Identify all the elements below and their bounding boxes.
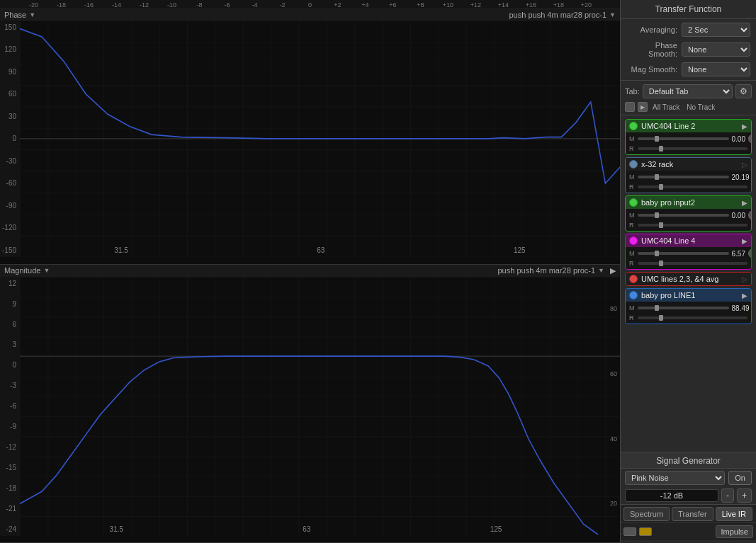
- track-header-baby-pro-line1[interactable]: baby pro LINE1▶: [626, 289, 751, 302]
- phase-y-label: 0: [1, 135, 18, 142]
- gear-button[interactable]: ⚙: [735, 84, 752, 98]
- track-dot-baby-pro-input2: [629, 198, 638, 207]
- db-display: -12 dB: [625, 489, 718, 502]
- track-header-x32-rack[interactable]: x-32 rack▷: [626, 158, 751, 171]
- track-item-baby-pro-line1: baby pro LINE1▶M88.49R: [625, 288, 752, 324]
- bottom-sq-gray1[interactable]: [624, 527, 636, 536]
- track-play-umc-lines-234[interactable]: ▷: [742, 275, 747, 283]
- transfer-tab[interactable]: Transfer: [672, 507, 713, 521]
- magnitude-y-label: -15: [1, 464, 18, 471]
- bottom-sq-yellow[interactable]: [639, 527, 652, 536]
- track-item-x32-rack: x-32 rack▷M20.19R: [625, 157, 752, 193]
- track-mute-umc404-line2[interactable]: [748, 134, 752, 144]
- track-name-baby-pro-input2: baby pro input2: [641, 198, 738, 207]
- play-button[interactable]: ▶: [638, 102, 648, 112]
- magnitude-y-label: -6: [1, 402, 18, 410]
- track-value-x32-rack: 20.19: [732, 173, 750, 181]
- live-ir-tab[interactable]: Live IR: [716, 507, 752, 521]
- spectrum-tab[interactable]: Spectrum: [624, 507, 670, 521]
- top-scale-item: -12: [130, 1, 158, 8]
- magnitude-right-scale: 80 60 40 20: [610, 277, 617, 536]
- phase-smooth-select[interactable]: None 1/3 Oct 1/6 Oct: [682, 42, 750, 57]
- db-plus-button[interactable]: +: [737, 488, 752, 503]
- track-controls: ▶ All Track No Track: [621, 101, 756, 113]
- track-header-umc-lines-234[interactable]: UMC lines 2,3, &4 avg▷: [626, 273, 751, 285]
- tab-row: Tab: Default Tab ⚙: [621, 82, 756, 101]
- track-play-umc404-line4[interactable]: ▶: [742, 237, 747, 245]
- track-r-label-umc404-line4: R: [629, 260, 635, 267]
- track-item-umc-lines-234: UMC lines 2,3, &4 avg▷: [625, 272, 752, 286]
- track-play-umc404-line2[interactable]: ▶: [742, 122, 747, 130]
- phase-dropdown-icon[interactable]: ▼: [29, 11, 35, 18]
- db-minus-button[interactable]: -: [721, 488, 734, 503]
- phase-y-label: -90: [1, 202, 18, 210]
- track-name-x32-rack: x-32 rack: [641, 160, 738, 168]
- mag-smooth-row: Mag Smooth: None 1/3 Oct 1/6 Oct: [621, 60, 756, 79]
- tracks-container: UMC404 Line 2▶M0.00Rx-32 rack▷M20.19Rbab…: [621, 117, 756, 326]
- track-r-label-x32-rack: R: [629, 183, 635, 190]
- all-track-button[interactable]: All Track: [650, 103, 682, 112]
- track-value-umc404-line4: 6.57: [732, 250, 745, 258]
- track-dot-umc-lines-234: [629, 275, 638, 283]
- track-play-x32-rack[interactable]: ▷: [742, 161, 747, 168]
- track-r-row-umc404-line2: R: [629, 145, 747, 152]
- track-play-baby-pro-line1[interactable]: ▶: [742, 292, 747, 299]
- tab-label: Tab:: [625, 87, 640, 96]
- track-m-slider-x32-rack[interactable]: [638, 176, 729, 178]
- phase-x3: 125: [514, 246, 526, 254]
- top-scale-item: -14: [103, 1, 130, 8]
- track-item-baby-pro-input2: baby pro input2▶M0.00R: [625, 195, 752, 232]
- stop-button[interactable]: [625, 102, 635, 112]
- sig-type-select[interactable]: Pink Noise White Noise Sine: [625, 471, 725, 485]
- track-r-slider-baby-pro-input2[interactable]: [638, 224, 747, 227]
- phase-chart-area: 31.5 63 125: [20, 21, 620, 257]
- track-r-slider-x32-rack[interactable]: [638, 185, 747, 188]
- magnitude-x-freq: 31.5 63 125: [20, 525, 592, 533]
- track-mute-umc404-line4[interactable]: [748, 248, 752, 258]
- top-scale-item: -4: [241, 1, 269, 8]
- track-item-umc404-line2: UMC404 Line 2▶M0.00R: [625, 119, 752, 155]
- track-play-baby-pro-input2[interactable]: ▶: [742, 199, 747, 207]
- magnitude-y-label: 0: [1, 361, 18, 369]
- track-m-row-x32-rack: M20.19: [629, 172, 747, 182]
- magnitude-track-dropdown-icon[interactable]: ▼: [598, 267, 604, 274]
- mag-smooth-label: Mag Smooth:: [626, 65, 677, 74]
- top-scale-item: -2: [269, 1, 296, 8]
- track-header-umc404-line4[interactable]: UMC404 Line 4▶: [626, 234, 751, 247]
- track-r-slider-umc404-line2[interactable]: [638, 147, 747, 150]
- impulse-button[interactable]: Impulse: [716, 525, 753, 538]
- track-header-baby-pro-input2[interactable]: baby pro input2▶: [626, 196, 751, 209]
- magnitude-title: Magnitude: [4, 266, 40, 275]
- phase-y-label: 30: [1, 113, 18, 120]
- top-scale-item: -16: [75, 1, 103, 8]
- mag-smooth-select[interactable]: None 1/3 Oct 1/6 Oct: [682, 62, 750, 76]
- tab-select[interactable]: Default Tab: [643, 84, 733, 98]
- track-r-row-baby-pro-line1: R: [629, 314, 747, 321]
- phase-y-label: -60: [1, 179, 18, 187]
- track-mute-baby-pro-input2[interactable]: [748, 210, 752, 220]
- phase-track-dropdown-icon[interactable]: ▼: [609, 11, 616, 18]
- track-r-slider-umc404-line4[interactable]: [638, 262, 747, 265]
- track-m-slider-umc404-line4[interactable]: [638, 252, 729, 255]
- track-m-row-umc404-line2: M0.00: [629, 134, 747, 144]
- phase-chart: Phase ▼ push push 4m mar28 proc-1 ▼ 1501…: [0, 9, 620, 265]
- magnitude-y-axis: 129630-3-6-9-12-15-18-21-24: [0, 277, 20, 536]
- averaging-select[interactable]: 2 Sec 1 Sec 4 Sec: [682, 23, 750, 37]
- track-header-umc404-line2[interactable]: UMC404 Line 2▶: [626, 120, 751, 132]
- track-m-slider-baby-pro-line1[interactable]: [638, 307, 729, 309]
- track-m-slider-umc404-line2[interactable]: [638, 137, 729, 140]
- track-m-slider-baby-pro-input2[interactable]: [638, 214, 729, 217]
- track-name-umc404-line2: UMC404 Line 2: [641, 122, 738, 130]
- track-r-slider-baby-pro-line1[interactable]: [638, 316, 747, 319]
- magnitude-y-label: -3: [1, 382, 18, 389]
- magnitude-dropdown-icon[interactable]: ▼: [43, 267, 50, 274]
- right-panel: Transfer Function Averaging: 2 Sec 1 Sec…: [620, 0, 756, 543]
- track-body-baby-pro-input2: M0.00R: [626, 209, 751, 231]
- no-track-button[interactable]: No Track: [684, 103, 717, 112]
- top-scale-item: +6: [379, 1, 407, 8]
- magnitude-grid: [20, 277, 620, 536]
- track-item-umc404-line4: UMC404 Line 4▶M6.57R: [625, 234, 752, 270]
- on-button[interactable]: On: [728, 471, 752, 485]
- track-m-label-x32-rack: M: [629, 173, 635, 181]
- averaging-label: Averaging:: [626, 25, 677, 34]
